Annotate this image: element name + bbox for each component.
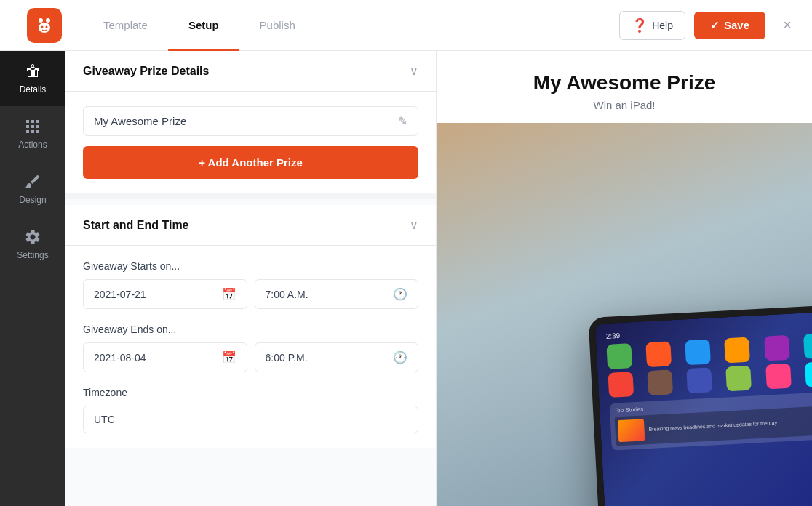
- end-date-input[interactable]: 2021-08-04 📅: [83, 342, 247, 372]
- tab-publish[interactable]: Publish: [239, 0, 316, 51]
- calendar-icon: 📅: [222, 287, 236, 301]
- time-section-header[interactable]: Start and End Time ∨: [65, 205, 436, 246]
- prize-section-header[interactable]: Giveaway Prize Details ∨: [65, 51, 436, 92]
- sidebar-label-actions: Actions: [18, 140, 47, 150]
- edit-icon[interactable]: ✎: [398, 114, 407, 128]
- end-time-value: 6:00 P.M.: [266, 352, 386, 364]
- time-chevron-icon: ∨: [410, 218, 418, 232]
- sidebar-label-design: Design: [19, 195, 46, 205]
- nav-tabs: Template Setup Publish: [83, 0, 619, 51]
- settings-icon: [24, 228, 41, 246]
- start-time-value: 7:00 A.M.: [266, 289, 386, 300]
- prize-name-row: My Awesome Prize ✎: [83, 106, 418, 136]
- start-date-input[interactable]: 2021-07-21 📅: [83, 279, 247, 309]
- time-section-content: Giveaway Starts on... 2021-07-21 📅 7:00 …: [65, 246, 436, 448]
- gift-icon: [24, 63, 41, 80]
- clock-icon-2: 🕐: [393, 350, 407, 364]
- end-time-input[interactable]: 6:00 P.M. 🕐: [255, 342, 419, 372]
- svg-point-2: [39, 23, 50, 33]
- end-date-time-row: 2021-08-04 📅 6:00 P.M. 🕐: [83, 342, 418, 372]
- preview-area: My Awesome Prize Win an iPad! 2:39Fri, J…: [437, 51, 812, 506]
- tab-setup[interactable]: Setup: [168, 0, 239, 51]
- preview-main-title: My Awesome Prize: [451, 71, 797, 95]
- preview-subtitle: Win an iPad!: [451, 99, 797, 111]
- start-date-value: 2021-07-21: [94, 289, 215, 300]
- sidebar-item-details[interactable]: Details: [0, 51, 65, 106]
- calendar-icon-2: 📅: [222, 350, 236, 364]
- prize-name-text: My Awesome Prize: [94, 115, 398, 127]
- prize-section-content: My Awesome Prize ✎ + Add Another Prize: [65, 92, 436, 199]
- top-navigation: Template Setup Publish ❓ Help ✓ Save ×: [0, 0, 812, 51]
- settings-panel: Giveaway Prize Details ∨ My Awesome Priz…: [65, 51, 437, 506]
- prize-section-title: Giveaway Prize Details: [83, 65, 209, 78]
- ends-label: Giveaway Ends on...: [83, 324, 418, 335]
- preview-image: 2:39Fri, June 21: [437, 123, 812, 506]
- svg-point-1: [46, 18, 50, 23]
- nav-actions: ❓ Help ✓ Save ×: [619, 11, 800, 40]
- start-time-input[interactable]: 7:00 A.M. 🕐: [255, 279, 419, 309]
- sidebar-item-actions[interactable]: Actions: [0, 106, 65, 161]
- preview-content: My Awesome Prize Win an iPad! 2:39Fri, J…: [437, 51, 812, 506]
- help-button[interactable]: ❓ Help: [619, 11, 685, 40]
- close-button[interactable]: ×: [774, 12, 800, 39]
- svg-point-4: [46, 25, 48, 28]
- sidebar-label-details: Details: [20, 84, 47, 95]
- logo-area: [12, 8, 77, 43]
- sidebar-item-settings[interactable]: Settings: [0, 217, 65, 272]
- svg-point-0: [39, 18, 43, 23]
- logo: [27, 8, 62, 43]
- sidebar-item-design[interactable]: Design: [0, 161, 65, 217]
- tab-template[interactable]: Template: [83, 0, 168, 51]
- starts-label: Giveaway Starts on...: [83, 260, 418, 272]
- end-date-value: 2021-08-04: [94, 352, 215, 364]
- prize-chevron-icon: ∨: [410, 64, 418, 78]
- ipad-mockup: 2:39Fri, June 21: [588, 302, 812, 506]
- preview-title-area: My Awesome Prize Win an iPad!: [437, 51, 812, 123]
- time-section-title: Start and End Time: [83, 219, 189, 232]
- timezone-label: Timezone: [83, 387, 418, 398]
- add-prize-button[interactable]: + Add Another Prize: [83, 146, 418, 179]
- sidebar: Details Actions Design Settings: [0, 51, 65, 506]
- rabbit-icon: [33, 15, 55, 36]
- sidebar-label-settings: Settings: [17, 250, 48, 260]
- clock-icon: 🕐: [393, 287, 407, 301]
- save-button[interactable]: ✓ Save: [694, 12, 765, 39]
- main-area: Details Actions Design Settings Giveaway…: [0, 51, 812, 506]
- svg-point-3: [41, 25, 44, 28]
- timezone-input[interactable]: UTC: [83, 406, 418, 433]
- actions-icon: [24, 118, 41, 135]
- question-icon: ❓: [632, 17, 648, 33]
- start-date-time-row: 2021-07-21 📅 7:00 A.M. 🕐: [83, 279, 418, 309]
- design-icon: [24, 173, 41, 190]
- checkmark-icon: ✓: [710, 19, 720, 32]
